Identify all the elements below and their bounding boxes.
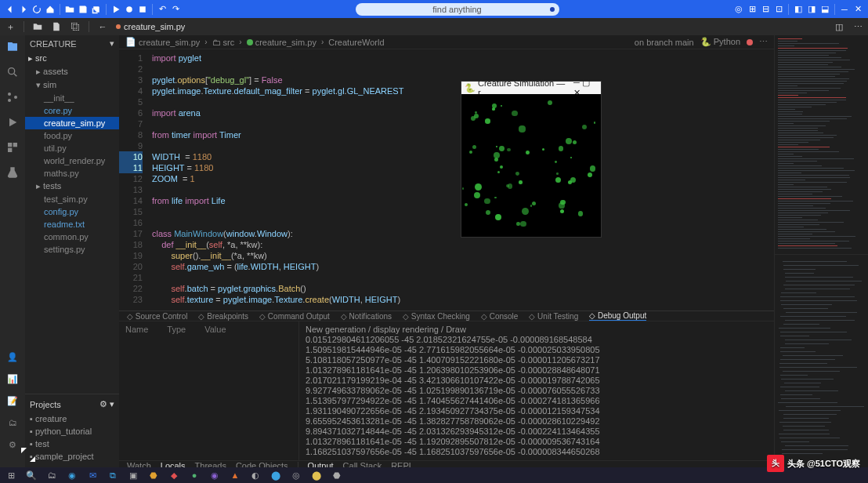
home-icon[interactable] bbox=[45, 4, 56, 15]
explorer-header[interactable]: CREATURE ▾ bbox=[25, 35, 119, 52]
output-window[interactable]: 🐍Creature Simulation — r... ─ ▢ ✕ bbox=[461, 81, 602, 238]
close-icon[interactable]: ✕ bbox=[852, 4, 863, 15]
tree-item[interactable]: config.py bbox=[25, 205, 119, 218]
panel-right-icon[interactable]: ◨ bbox=[806, 4, 817, 15]
tree-item[interactable]: ▸ tests bbox=[25, 180, 119, 193]
bottom-tab[interactable]: ◇ Command Output bbox=[259, 312, 330, 321]
settings-icon[interactable]: ⚙ bbox=[5, 438, 20, 452]
layers-icon[interactable]: 🗂 bbox=[5, 416, 20, 430]
task-app7-icon[interactable]: ◎ bbox=[290, 469, 302, 481]
test-icon[interactable] bbox=[5, 165, 20, 180]
debug-side-icon[interactable] bbox=[5, 115, 20, 129]
tree-item[interactable]: core.py bbox=[25, 104, 119, 117]
tool-icon-3[interactable]: ⊟ bbox=[760, 4, 771, 15]
tree-item[interactable]: creature_sim.py bbox=[25, 117, 119, 129]
task-search-icon[interactable]: 🔍 bbox=[25, 469, 38, 481]
more-icon[interactable]: ⋯ bbox=[852, 21, 863, 32]
task-explorer-icon[interactable]: 🗂 bbox=[45, 469, 58, 481]
task-app4-icon[interactable]: ◉ bbox=[208, 469, 221, 481]
bc-item[interactable]: 🗀 src bbox=[212, 38, 235, 47]
scm-icon[interactable] bbox=[5, 90, 20, 104]
bottom-tab[interactable]: ◇ Breakpoints bbox=[198, 312, 248, 321]
tree-item[interactable]: common.py bbox=[25, 231, 119, 243]
nav-fwd-icon[interactable] bbox=[18, 4, 29, 15]
copy-icon[interactable]: ⿻ bbox=[70, 21, 81, 32]
project-item[interactable]: ▪ creature bbox=[30, 412, 114, 425]
tree-item[interactable]: settings.py bbox=[25, 243, 119, 256]
task-vscode-icon[interactable]: ⧉ bbox=[107, 469, 119, 481]
stop-icon[interactable] bbox=[137, 4, 148, 15]
bottom-tab[interactable]: ◇ Unit Testing bbox=[529, 312, 578, 321]
bottom-tab[interactable]: ◇ Source Control bbox=[127, 312, 187, 321]
undo-icon[interactable]: ↶ bbox=[157, 4, 168, 15]
tree-item[interactable]: maths.py bbox=[25, 167, 119, 180]
bottom-tab[interactable]: ◇ Console bbox=[481, 312, 518, 321]
projects-gear-icon[interactable]: ⚙ ▾ bbox=[99, 399, 114, 409]
debug-icon[interactable] bbox=[124, 4, 135, 15]
task-app9-icon[interactable]: ⬣ bbox=[331, 469, 343, 481]
bc-item[interactable]: creature_sim.py bbox=[247, 38, 316, 47]
tree-item[interactable]: food.py bbox=[25, 129, 119, 142]
fullscreen-icon[interactable] bbox=[19, 445, 38, 464]
tool-icon-4[interactable]: ⊡ bbox=[773, 4, 784, 15]
tree-item[interactable]: test_sim.py bbox=[25, 193, 119, 205]
split-icon[interactable]: ◫ bbox=[834, 21, 844, 32]
output-titlebar[interactable]: 🐍Creature Simulation — r... ─ ▢ ✕ bbox=[461, 82, 601, 94]
task-app8-icon[interactable]: ⬤ bbox=[310, 469, 323, 481]
task-app3-icon[interactable]: ● bbox=[188, 469, 201, 481]
tree-item[interactable]: __init__ bbox=[25, 92, 119, 104]
open-folder-icon[interactable] bbox=[64, 4, 75, 15]
back-icon[interactable]: ← bbox=[97, 21, 108, 32]
bc-item[interactable]: CreatureWorld bbox=[328, 38, 384, 47]
notes-icon[interactable]: 📝 bbox=[5, 394, 20, 408]
task-app1-icon[interactable]: ⬣ bbox=[147, 469, 160, 481]
search-input[interactable]: find anything bbox=[356, 3, 559, 16]
projects-header[interactable]: Projects ⚙ ▾ bbox=[30, 399, 114, 409]
tree-item[interactable]: readme.txt bbox=[25, 218, 119, 231]
task-app6-icon[interactable]: ⬤ bbox=[269, 469, 282, 481]
refresh-icon[interactable] bbox=[31, 4, 42, 15]
new-tab-icon[interactable]: ＋ bbox=[5, 21, 16, 32]
bc-item[interactable]: 📄 creature_sim.py bbox=[125, 37, 200, 47]
project-item[interactable]: ▪ test bbox=[30, 438, 114, 450]
tool-icon-2[interactable]: ⊞ bbox=[747, 4, 758, 15]
debug-output[interactable]: New generation / display rendering / Dra… bbox=[299, 321, 774, 460]
outline-panel[interactable] bbox=[775, 255, 868, 467]
bottom-tab[interactable]: ◇ Notifications bbox=[341, 312, 392, 321]
redo-icon[interactable]: ↷ bbox=[170, 4, 181, 15]
project-item[interactable]: ▪ sample_project bbox=[30, 450, 114, 463]
task-vlc-icon[interactable]: ▲ bbox=[229, 469, 241, 481]
task-mail-icon[interactable]: ✉ bbox=[86, 469, 99, 481]
minimize-icon[interactable]: ─ bbox=[839, 4, 850, 15]
folder-open-icon[interactable] bbox=[32, 21, 43, 32]
panel-left-icon[interactable]: ◧ bbox=[793, 4, 804, 15]
new-file-icon[interactable] bbox=[51, 21, 62, 32]
tree-item[interactable]: ▸ src bbox=[25, 52, 119, 65]
task-app2-icon[interactable]: ◆ bbox=[168, 469, 180, 481]
tree-item[interactable]: ▾ sim bbox=[25, 78, 119, 92]
start-icon[interactable]: ⊞ bbox=[5, 469, 17, 481]
save-all-icon[interactable] bbox=[91, 4, 102, 15]
editor-tab[interactable]: creature_sim.py bbox=[116, 22, 185, 31]
nav-back-icon[interactable] bbox=[5, 4, 16, 15]
project-item[interactable]: ▪ python_tutorial bbox=[30, 425, 114, 438]
search-side-icon[interactable] bbox=[5, 65, 20, 79]
bc-more-icon[interactable]: ⋯ bbox=[759, 37, 768, 47]
bc-lang[interactable]: 🐍 Python bbox=[700, 37, 740, 47]
task-edge-icon[interactable]: ◉ bbox=[66, 469, 78, 481]
bottom-tab[interactable]: ◇ Debug Output bbox=[589, 311, 646, 321]
task-term-icon[interactable]: ▣ bbox=[127, 469, 139, 481]
chart-icon[interactable]: 📊 bbox=[5, 372, 20, 386]
user-icon[interactable]: 👤 bbox=[5, 350, 20, 364]
tree-item[interactable]: ▸ assets bbox=[25, 65, 119, 78]
bottom-tab[interactable]: ◇ Syntax Checking bbox=[403, 312, 470, 321]
panel-bottom-icon[interactable]: ⬓ bbox=[819, 4, 830, 15]
minimap[interactable] bbox=[775, 35, 868, 255]
explorer-icon[interactable] bbox=[5, 40, 20, 54]
play-icon[interactable] bbox=[110, 4, 121, 15]
tree-item[interactable]: util.py bbox=[25, 142, 119, 154]
tree-item[interactable]: world_render.py bbox=[25, 154, 119, 167]
ext-icon[interactable] bbox=[5, 140, 20, 154]
task-app5-icon[interactable]: ◐ bbox=[249, 469, 262, 481]
bc-error-dot-icon[interactable] bbox=[747, 39, 753, 45]
